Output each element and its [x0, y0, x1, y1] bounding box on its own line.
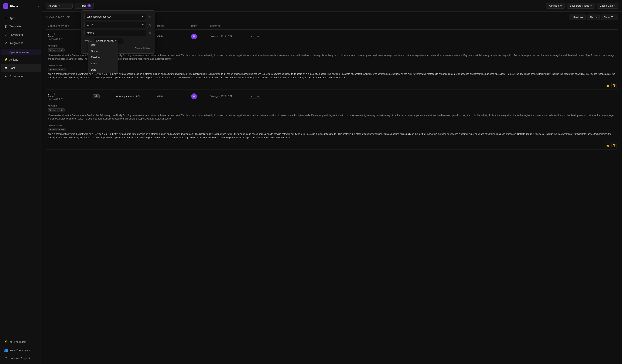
filter-remove-3-button[interactable]: ✕	[148, 31, 152, 35]
sidebar: K Klu.ai ⌄ ⊞ Apps ◧ Templates ▷ Playgrou…	[0, 0, 42, 364]
sidebar-item-integrations[interactable]: ⟳ Integrations	[1, 39, 41, 47]
option-date[interactable]: Date	[88, 67, 118, 73]
completion-label: COMPLETION	[48, 125, 617, 127]
table-row: GPT-4 Azure OpenAI(US2.1) Klu Write a pa…	[46, 90, 618, 150]
option-user[interactable]: User	[88, 42, 118, 48]
filter-select-2[interactable]: GPT4 ▾	[84, 22, 146, 28]
row-actions-2: ▴ ⋯	[246, 93, 261, 99]
sidebar-item-label: Templates	[9, 25, 21, 28]
clear-filters-button[interactable]: Clear all filters	[133, 46, 152, 50]
sidebar-item-label: Data	[9, 66, 15, 70]
next-label: Next	[590, 16, 595, 19]
filter-button[interactable]: ⧉ Filter 3	[75, 3, 94, 9]
all-data-dropdown[interactable]: All Data ▾	[46, 3, 73, 9]
row-actions-1: ▴ ⋯	[246, 33, 261, 40]
dropdown-label: All Data	[49, 4, 57, 7]
more-button-2[interactable]: ⋯	[255, 94, 260, 99]
feedback-row-1: 👍 👎	[46, 82, 618, 90]
pagination-controls: ‹ Previous Next › Show 50 ▾	[569, 15, 618, 20]
export-data-button[interactable]: Export Data ↑	[597, 3, 618, 9]
actions-icon: ⚡	[4, 58, 8, 61]
sidebar-item-label: Help and Support	[9, 357, 30, 360]
prev-button[interactable]: ‹ Previous	[569, 15, 586, 20]
option-feedback[interactable]: Feedback	[88, 54, 118, 60]
col-user: USER	[190, 24, 209, 28]
sidebar-item-templates[interactable]: ◧ Templates	[1, 22, 41, 30]
model-provider: Azure	[48, 95, 90, 98]
optimize-button[interactable]: Optimize ∞	[546, 3, 565, 9]
filter-select-2-value: GPT4	[87, 23, 93, 26]
thumbup-button-2[interactable]: 👍	[605, 143, 610, 148]
feedback-row-2: 👍 👎	[46, 142, 618, 149]
data-icon: ▦	[4, 66, 8, 70]
sidebar-item-invite-teammates[interactable]: 👥 Invite Teammates	[1, 346, 41, 354]
save-data-frame-button[interactable]: Save Data Frame ⧈	[567, 3, 595, 9]
show-select[interactable]: Show 50 ▾	[601, 15, 618, 20]
completion-section-2: COMPLETION Tokens Out: 146 Klu is a prom…	[46, 123, 618, 142]
created-cell-1: 10 August 2023 15:51	[209, 34, 246, 38]
action-cell-2: Write a paragraph AOI	[114, 94, 156, 99]
user-cell-2: U	[190, 93, 209, 100]
completion-text-1: Klu is a prominent player in the Softwar…	[48, 72, 617, 79]
filter-text-input[interactable]	[84, 30, 146, 36]
thumbup-button-1[interactable]: 👍	[605, 83, 610, 88]
model-region: OpenAI(US2.1)	[48, 98, 90, 100]
sidebar-item-playground[interactable]: ▷ Playground	[1, 31, 41, 39]
prev-label: Previous	[573, 16, 583, 19]
prev-chevron-icon: ‹	[572, 16, 572, 19]
filter-row-3: ✕	[84, 30, 152, 36]
prompt-text-2: "Klu operates within the Software as a S…	[48, 113, 617, 121]
optimize-label: Optimize	[549, 4, 559, 7]
select-chevron-icon: ▾	[142, 23, 144, 26]
filter-remove-2-button[interactable]: ✕	[148, 23, 152, 27]
templates-icon: ◧	[4, 25, 8, 28]
infinity-icon: ∞	[560, 4, 562, 7]
model-tag-cell-1: GPT4	[156, 34, 190, 38]
more-button-1[interactable]: ⋯	[255, 34, 260, 39]
sidebar-item-data[interactable]: ▦ Data	[1, 64, 41, 72]
sidebar-item-label: Invite Teammates	[9, 349, 30, 352]
feedback-icon: ⚡	[4, 340, 8, 344]
next-button[interactable]: Next ›	[587, 15, 600, 20]
filter-remove-1-button[interactable]: ✕	[148, 15, 152, 19]
sidebar-nav: ⊞ Apps ◧ Templates ▷ Playground ⟳ Integr…	[0, 12, 42, 336]
option-issue[interactable]: Issue	[88, 60, 118, 67]
page-info: SHOWING PAGE 1 OF 1	[46, 16, 71, 19]
prompt-section-2: PROMPT Tokens In: 151 "Klu operates with…	[46, 103, 618, 123]
sidebar-item-optimization[interactable]: ◈ Optimization	[1, 72, 41, 80]
sidebar-item-actions[interactable]: ⚡ Actions	[1, 55, 41, 64]
playground-icon: ▷	[4, 33, 8, 36]
select-chevron-icon: ▾	[142, 15, 144, 18]
export-icon: ↑	[614, 4, 616, 7]
thumbdown-button-2[interactable]: 👎	[611, 143, 617, 148]
save-frame-label: Save Data Frame	[570, 4, 589, 7]
where-dropdown-options: User Source Feedback Issue Date	[88, 41, 118, 73]
filter-select-1[interactable]: Write a paragraph AOI ▾	[84, 14, 146, 20]
sidebar-item-label: Optimization	[9, 75, 24, 78]
dropdown-chevron-icon: ▾	[59, 5, 60, 7]
plus-icon: +	[84, 47, 86, 50]
integrations-icon: ⟳	[4, 41, 8, 45]
sidebar-sub-openai-azure[interactable]: OpenAI vs. Azure	[1, 50, 41, 55]
main-content: All Data ▾ ⧉ Filter 3 Optimize ∞ Save Da…	[42, 0, 622, 364]
sidebar-bottom: ⚡ Klu Feedback 👥 Invite Teammates ? Help…	[0, 336, 42, 364]
collapse-button-2[interactable]: ▴	[249, 94, 254, 99]
thumbdown-button-1[interactable]: 👎	[611, 83, 617, 88]
sidebar-item-label: Apps	[9, 17, 16, 20]
completion-text-2: Klu is a prominent player in the Softwar…	[48, 132, 617, 140]
avatar: U	[191, 34, 197, 39]
sidebar-item-help-support[interactable]: ? Help and Support	[1, 354, 41, 362]
sidebar-item-klu-feedback[interactable]: ⚡ Klu Feedback	[1, 338, 41, 346]
logo-text: Klu.ai	[10, 4, 35, 8]
row-header-2: GPT-4 Azure OpenAI(US2.1) Klu Write a pa…	[46, 90, 618, 103]
apps-icon: ⊞	[4, 16, 8, 20]
sidebar-item-apps[interactable]: ⊞ Apps	[1, 14, 41, 22]
source-cell-2: Klu	[91, 94, 114, 99]
option-source[interactable]: Source	[88, 48, 118, 54]
tokens-in-badge-2: Tokens In: 151	[48, 108, 65, 112]
help-icon: ?	[4, 357, 8, 360]
collapse-button-1[interactable]: ▴	[249, 34, 254, 39]
app-logo[interactable]: K Klu.ai ⌄	[0, 0, 42, 12]
logo-chevron-icon: ⌄	[37, 5, 39, 7]
prompt-label: PROMPT	[48, 105, 617, 107]
